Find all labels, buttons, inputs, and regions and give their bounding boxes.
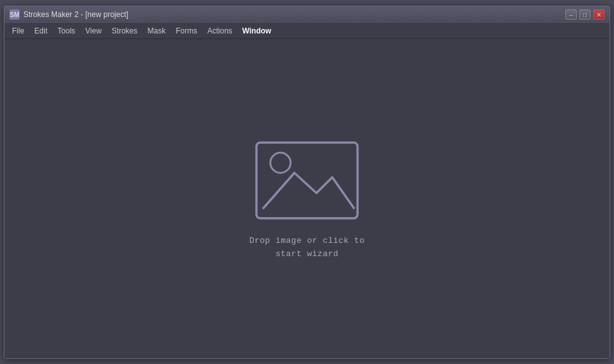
menu-item-tools[interactable]: Tools <box>52 25 80 37</box>
drop-hint-line1: Drop image or click to <box>250 235 365 248</box>
title-bar-left: SM Strokes Maker 2 - [new project] <box>9 9 128 20</box>
menu-item-file[interactable]: File <box>7 25 29 37</box>
image-placeholder-icon <box>250 136 364 225</box>
maximize-button[interactable]: □ <box>579 9 591 20</box>
menu-item-actions[interactable]: Actions <box>202 25 237 37</box>
app-icon: SM <box>9 9 20 20</box>
drop-hint-line2: start wizard <box>250 248 365 261</box>
svg-point-1 <box>270 153 291 173</box>
menu-bar: FileEditToolsViewStrokesMaskFormsActions… <box>4 24 610 39</box>
menu-item-window[interactable]: Window <box>238 25 277 37</box>
window-title: Strokes Maker 2 - [new project] <box>23 10 128 19</box>
drop-area[interactable]: Drop image or click to start wizard <box>250 136 365 261</box>
svg-rect-0 <box>256 143 358 218</box>
minimize-button[interactable]: – <box>565 9 577 20</box>
menu-item-forms[interactable]: Forms <box>171 25 202 37</box>
menu-item-strokes[interactable]: Strokes <box>107 25 143 37</box>
main-canvas[interactable]: Drop image or click to start wizard <box>4 39 610 358</box>
close-button[interactable]: ✕ <box>593 9 605 20</box>
title-bar: SM Strokes Maker 2 - [new project] – □ ✕ <box>4 6 610 24</box>
app-window: SM Strokes Maker 2 - [new project] – □ ✕… <box>4 6 610 359</box>
drop-hint: Drop image or click to start wizard <box>250 235 365 261</box>
title-bar-controls: – □ ✕ <box>565 9 605 20</box>
menu-item-view[interactable]: View <box>80 25 107 37</box>
menu-item-edit[interactable]: Edit <box>29 25 52 37</box>
menu-item-mask[interactable]: Mask <box>143 25 171 37</box>
